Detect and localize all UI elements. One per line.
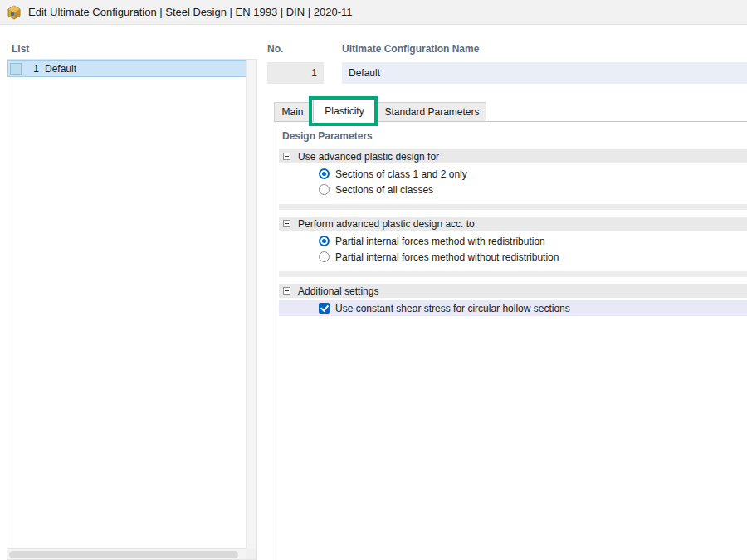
tab-standard-parameters[interactable]: Standard Parameters <box>378 102 486 121</box>
radio-partial-with-redistribution[interactable] <box>319 236 330 246</box>
group-header: Additional settings <box>279 284 747 298</box>
radio-row-sections-all-classes[interactable]: Sections of all classes <box>279 182 747 197</box>
tab-plasticity[interactable]: Plasticity <box>313 100 376 122</box>
app-icon <box>7 5 22 20</box>
list-item-default[interactable]: 1 Default <box>7 60 256 77</box>
dialog-window: Edit Ultimate Configuration | Steel Desi… <box>0 0 747 560</box>
radio-row-sections-class-1-2[interactable]: Sections of class 1 and 2 only <box>279 166 747 182</box>
radio-row-partial-with-redistribution[interactable]: Partial internal forces method with redi… <box>279 233 747 249</box>
tab-strip: Main Plasticity Standard Parameters <box>274 100 747 122</box>
list-item-name: Default <box>45 63 76 75</box>
horizontal-scrollbar-thumb[interactable] <box>9 551 238 558</box>
group-perform-advanced-plastic-design: Perform advanced plastic design acc. to … <box>279 217 747 265</box>
group-header: Perform advanced plastic design acc. to <box>279 217 747 231</box>
radio-row-partial-without-redistribution[interactable]: Partial internal forces method without r… <box>279 249 747 265</box>
configuration-name-label: Ultimate Configuration Name <box>342 43 479 55</box>
radio-label[interactable]: Partial internal forces method with redi… <box>335 236 545 247</box>
radio-sections-all-classes[interactable] <box>319 184 330 195</box>
group-separator <box>279 204 747 210</box>
checkbox-constant-shear-stress[interactable] <box>319 303 330 314</box>
configuration-name-field[interactable]: Default <box>342 62 747 84</box>
configuration-icon <box>10 63 22 75</box>
configuration-list: 1 Default <box>7 59 257 560</box>
no-label: No. <box>267 43 283 55</box>
group-additional-settings: Additional settings Use constant shear s… <box>279 284 747 316</box>
list-item-number: 1 <box>29 63 39 75</box>
group-title: Additional settings <box>298 285 378 297</box>
radio-label[interactable]: Sections of all classes <box>335 184 433 196</box>
group-title: Perform advanced plastic design acc. to <box>298 218 475 230</box>
checkbox-label[interactable]: Use constant shear stress for circular h… <box>335 303 570 314</box>
group-advanced-plastic-design: Use advanced plastic design for Sections… <box>279 149 747 197</box>
group-header: Use advanced plastic design for <box>279 149 747 163</box>
configuration-number-field[interactable]: 1 <box>267 62 324 84</box>
tab-main[interactable]: Main <box>274 102 311 121</box>
radio-label[interactable]: Partial internal forces method without r… <box>335 251 559 263</box>
checkbox-row-constant-shear-stress[interactable]: Use constant shear stress for circular h… <box>279 300 747 316</box>
list-panel-label: List <box>12 43 29 55</box>
design-parameters-title: Design Parameters <box>282 130 373 142</box>
collapse-icon[interactable] <box>283 153 290 160</box>
collapse-icon[interactable] <box>283 287 290 295</box>
group-separator <box>279 271 747 277</box>
horizontal-scrollbar[interactable] <box>7 548 246 559</box>
radio-sections-class-1-2[interactable] <box>319 168 330 179</box>
tab-page-border <box>276 122 276 560</box>
title-bar: Edit Ultimate Configuration | Steel Desi… <box>0 0 747 25</box>
group-title: Use advanced plastic design for <box>298 151 439 163</box>
scrollbar-corner <box>246 548 256 559</box>
window-title: Edit Ultimate Configuration | Steel Desi… <box>28 6 352 18</box>
radio-partial-without-redistribution[interactable] <box>319 251 330 262</box>
vertical-scrollbar[interactable] <box>246 60 256 548</box>
collapse-icon[interactable] <box>283 220 290 227</box>
design-parameters-tree: Use advanced plastic design for Sections… <box>279 149 747 316</box>
radio-label[interactable]: Sections of class 1 and 2 only <box>335 168 467 180</box>
